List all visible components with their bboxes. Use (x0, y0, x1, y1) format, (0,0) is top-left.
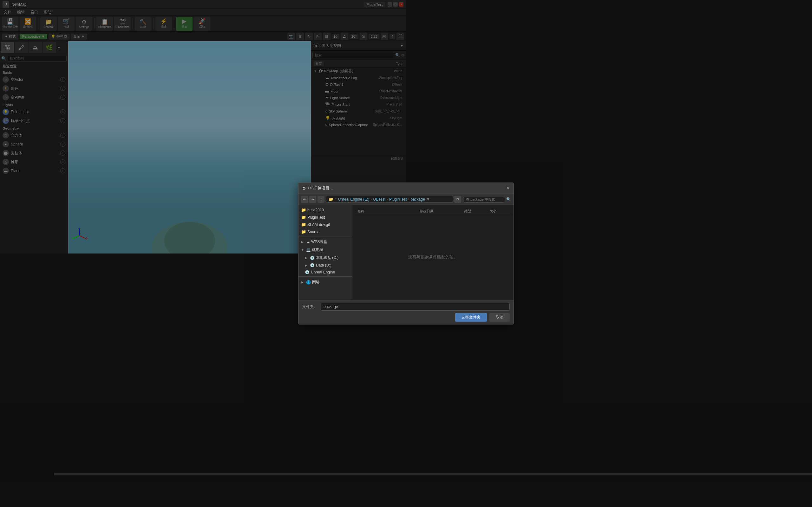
package-icon: ⚙ (302, 186, 306, 191)
sidebar-source[interactable]: 📁 Source (299, 228, 352, 235)
sidebar-wps[interactable]: ▶ ☁ WPS云盘 (299, 238, 352, 246)
dialog-up-btn[interactable]: ↑ (317, 196, 324, 203)
dialog-sidebar: 📁 build2019 📁 PluginTest 📁 SLAM-dev.git … (299, 205, 352, 253)
column-headers: 名称 修改日期 类型 大小 (355, 208, 406, 215)
folder-icon: 📁 (328, 197, 334, 202)
sidebar-separator (299, 236, 352, 237)
source-label: Source (307, 230, 319, 234)
dialog-overlay: ⚙ ⚙ 打包项目... × ← → ↑ 📁 « Unreal Engine (E… (0, 0, 406, 253)
dialog-back-btn[interactable]: ← (301, 196, 308, 203)
plugintest-label: PluginTest (307, 215, 325, 220)
sidebar-build2019[interactable]: 📁 build2019 (299, 206, 352, 214)
path-sep: « (335, 197, 337, 202)
path-uetest[interactable]: UETest (373, 197, 386, 202)
sidebar-slam[interactable]: 📁 SLAM-dev.git (299, 221, 352, 228)
cloud-icon: ☁ (306, 240, 310, 244)
path-unreal[interactable]: Unreal Engine (E:) (338, 197, 369, 202)
folder-icon: 📁 (301, 215, 306, 220)
dialog-title-bar: ⚙ ⚙ 打包项目... × (299, 183, 406, 194)
thispc-label: 此电脑 (312, 247, 323, 252)
folder-icon: 📁 (301, 208, 306, 212)
folder-icon: 📁 (301, 229, 306, 234)
dialog-content: 名称 修改日期 类型 大小 没有与搜索条件匹配的项。 (352, 205, 406, 253)
col-name: 名称 (357, 209, 406, 214)
sidebar-plugintest[interactable]: 📁 PluginTest (299, 214, 352, 221)
sidebar-thispc[interactable]: ▼ 💻 此电脑 (299, 246, 352, 253)
dialog-body: 📁 build2019 📁 PluginTest 📁 SLAM-dev.git … (299, 205, 406, 253)
build2019-label: build2019 (307, 208, 324, 212)
expand-icon: ▼ (301, 248, 305, 251)
sep1: › (370, 197, 372, 202)
expand-icon: ▶ (301, 240, 305, 244)
sep2: › (387, 197, 388, 202)
dialog-path: 📁 « Unreal Engine (E:) › UETest › Plugin… (326, 196, 406, 203)
slam-label: SLAM-dev.git (307, 222, 330, 227)
dialog-title-text: ⚙ 打包项目... (308, 185, 333, 191)
wps-label: WPS云盘 (311, 239, 327, 245)
package-dialog: ⚙ ⚙ 打包项目... × ← → ↑ 📁 « Unreal Engine (E… (298, 182, 406, 253)
dialog-forward-btn[interactable]: → (309, 196, 316, 203)
folder-icon: 📁 (301, 222, 306, 227)
dialog-nav-bar: ← → ↑ 📁 « Unreal Engine (E:) › UETest › … (299, 194, 406, 205)
path-plugintest[interactable]: PluginTest (389, 197, 406, 202)
computer-icon: 💻 (306, 248, 311, 252)
empty-message: 没有与搜索条件匹配的项。 (355, 216, 406, 253)
